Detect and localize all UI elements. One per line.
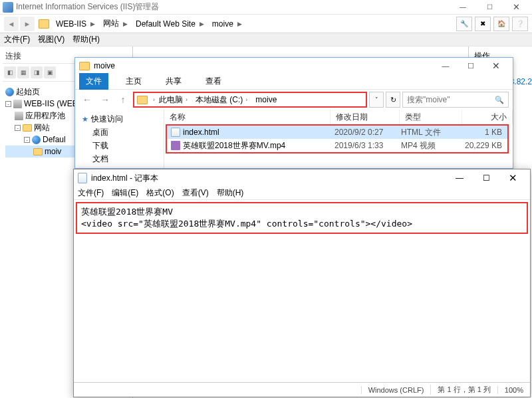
crumb-folder: moive	[251, 95, 281, 104]
np-menu-format[interactable]: 格式(O)	[146, 187, 174, 199]
column-headers: 名称 修改日期 类型 大小	[164, 110, 513, 124]
menu-view[interactable]: 视图(V)	[38, 34, 65, 45]
tb-stop[interactable]: ▣	[44, 66, 56, 78]
menu-file[interactable]: 文件(F)	[4, 34, 30, 45]
ribbon-file[interactable]: 文件	[79, 73, 108, 90]
pool-icon	[15, 112, 23, 120]
explorer-path[interactable]: › 此电脑› 本地磁盘 (C:)› moive	[133, 92, 367, 108]
col-date[interactable]: 修改日期	[331, 110, 400, 124]
col-type[interactable]: 类型	[400, 110, 462, 124]
nav-quick-access[interactable]: ★快速访问	[78, 112, 161, 126]
iis-refresh-button[interactable]: 🔧	[456, 17, 472, 31]
explorer-close-button[interactable]: ✕	[483, 58, 509, 73]
crumb-drive: 本地磁盘 (C:)›	[192, 94, 251, 106]
iis-forward-button[interactable]: ►	[20, 17, 35, 31]
collapse-icon[interactable]: -	[15, 125, 21, 131]
tb-save[interactable]: ◧	[4, 66, 16, 78]
col-size[interactable]: 大小	[462, 110, 513, 124]
mp4-file-icon	[171, 141, 180, 150]
star-icon: ★	[82, 115, 88, 124]
explorer-title-bar[interactable]: moive — ☐ ✕	[75, 58, 513, 74]
iis-minimize-button[interactable]: —	[450, 1, 476, 14]
status-zoom: 100%	[497, 386, 530, 394]
server-icon	[13, 100, 22, 108]
notepad-status-bar: Windows (CRLF) 第 1 行，第 1 列 100%	[74, 382, 530, 397]
notepad-icon	[78, 173, 87, 183]
folder-icon	[33, 148, 43, 155]
iis-close-button[interactable]: ✕	[503, 1, 529, 14]
notepad-content[interactable]: 英雄联盟2018世界赛MV <video src="英雄联盟2018世界赛MV.…	[76, 202, 528, 234]
iis-address-bar: ◄ ► WEB-IIS▶ 网站▶ Default Web Site▶ moive…	[0, 15, 532, 33]
globe-icon	[5, 88, 14, 96]
notepad-body: 英雄联盟2018世界赛MV <video src="英雄联盟2018世界赛MV.…	[74, 200, 530, 382]
tb-refresh[interactable]: ▦	[17, 66, 29, 78]
explorer-ribbon: 文件 主页 共享 查看	[75, 74, 513, 90]
explorer-window: moive — ☐ ✕ 文件 主页 共享 查看 ← → ↑ › 此电脑› 本地磁…	[74, 57, 513, 169]
search-icon: 🔍	[495, 96, 504, 104]
breadcrumb-server[interactable]: WEB-IIS▶	[52, 17, 99, 31]
explorer-title-text: moive	[94, 61, 115, 70]
ribbon-home[interactable]: 主页	[119, 73, 148, 90]
explorer-nav-pane: ★快速访问 桌面 下载 文档	[75, 110, 164, 168]
iis-help2-button[interactable]: ❔	[512, 17, 528, 31]
explorer-forward-button[interactable]: →	[97, 92, 113, 108]
breadcrumb-sites[interactable]: 网站▶	[99, 17, 132, 31]
explorer-address-bar: ← → ↑ › 此电脑› 本地磁盘 (C:)› moive ˅ ↻ 搜索"moi…	[75, 90, 513, 110]
iis-menu-bar: 文件(F) 视图(V) 帮助(H)	[0, 33, 532, 47]
html-file-icon	[171, 128, 180, 137]
np-menu-help[interactable]: 帮助(H)	[217, 187, 244, 199]
notepad-menu-bar: 文件(F) 编辑(E) 格式(O) 查看(V) 帮助(H)	[74, 187, 530, 200]
explorer-file-list: 名称 修改日期 类型 大小 index.html 2020/9/2 0:27 H…	[164, 110, 513, 168]
collapse-icon[interactable]: -	[24, 137, 30, 143]
notepad-close-button[interactable]: ✕	[499, 170, 526, 186]
status-encoding: Windows (CRLF)	[361, 386, 431, 394]
iis-help-button[interactable]: 🏠	[493, 17, 509, 31]
iis-back-button[interactable]: ◄	[4, 17, 19, 31]
col-name[interactable]: 名称	[164, 110, 331, 124]
explorer-back-button[interactable]: ←	[79, 92, 95, 108]
iis-stop-button[interactable]: ✖	[475, 17, 491, 31]
notepad-window: index.html - 记事本 — ☐ ✕ 文件(F) 编辑(E) 格式(O)…	[73, 169, 531, 397]
crumb-computer: 此电脑›	[155, 94, 192, 106]
np-menu-file[interactable]: 文件(F)	[78, 187, 104, 199]
file-row[interactable]: index.html 2020/9/2 0:27 HTML 文件 1 KB	[167, 126, 507, 139]
notepad-minimize-button[interactable]: —	[446, 170, 473, 186]
explorer-refresh-button[interactable]: ↻	[386, 92, 400, 108]
ribbon-share[interactable]: 共享	[159, 73, 188, 90]
iis-icon	[3, 2, 13, 13]
status-position: 第 1 行，第 1 列	[430, 385, 497, 395]
iis-maximize-button[interactable]: ☐	[476, 1, 503, 14]
nav-downloads[interactable]: 下载	[78, 139, 161, 152]
collapse-icon[interactable]: -	[5, 101, 11, 107]
nav-desktop[interactable]: 桌面	[78, 126, 161, 139]
folder-icon	[39, 19, 49, 29]
breadcrumb-default[interactable]: Default Web Site▶	[132, 17, 208, 31]
explorer-search-input[interactable]: 搜索"moive" 🔍	[402, 92, 509, 108]
folder-icon	[23, 124, 32, 132]
notepad-maximize-button[interactable]: ☐	[473, 170, 499, 186]
folder-icon	[137, 96, 148, 104]
notepad-title-text: index.html - 记事本	[91, 173, 158, 184]
nav-documents[interactable]: 文档	[78, 152, 161, 165]
explorer-maximize-button[interactable]: ☐	[458, 58, 483, 73]
explorer-up-button[interactable]: ↑	[115, 92, 131, 108]
breadcrumb-moive[interactable]: moive▶	[208, 17, 246, 31]
file-row[interactable]: 英雄联盟2018世界赛MV.mp4 2019/6/3 1:33 MP4 视频 2…	[167, 139, 507, 152]
ribbon-view[interactable]: 查看	[199, 73, 228, 90]
np-menu-view[interactable]: 查看(V)	[182, 187, 209, 199]
notepad-title-bar[interactable]: index.html - 记事本 — ☐ ✕	[74, 169, 530, 187]
np-menu-edit[interactable]: 编辑(E)	[112, 187, 138, 199]
iis-title-text: Internet Information Services (IIS)管理器	[16, 1, 159, 13]
iis-title-bar: Internet Information Services (IIS)管理器 —…	[0, 0, 532, 15]
path-dropdown-button[interactable]: ˅	[369, 92, 384, 108]
menu-help[interactable]: 帮助(H)	[72, 34, 100, 45]
folder-icon	[79, 62, 90, 70]
site-icon	[32, 136, 41, 144]
explorer-minimize-button[interactable]: —	[433, 58, 458, 73]
tb-add[interactable]: ◨	[31, 66, 43, 78]
